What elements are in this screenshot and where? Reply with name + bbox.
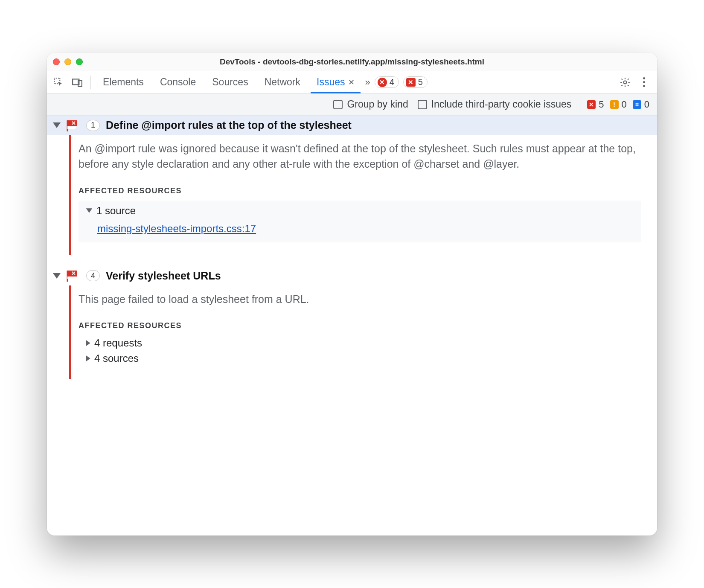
sources-label: 1 source [96, 205, 136, 217]
issue-body: An @import rule was ignored because it w… [47, 135, 657, 255]
error-icon: ✕ [378, 78, 387, 87]
inspect-element-icon[interactable] [51, 75, 66, 90]
issues-summary: ✕5 !0 ≡0 [581, 99, 649, 111]
tab-label: Network [265, 76, 300, 88]
breaking-change-icon: ✕ [67, 119, 80, 131]
devtools-tabbar: Elements Console Sources Network Issues … [47, 71, 657, 93]
devtools-window: DevTools - devtools-dbg-stories.netlify.… [47, 52, 657, 536]
tab-issues[interactable]: Issues ✕ [311, 71, 361, 93]
requests-label: 4 requests [94, 337, 142, 349]
expand-toggle-icon[interactable] [53, 273, 61, 279]
svg-point-3 [624, 81, 627, 84]
affected-resources-heading: AFFECTED RESOURCES [79, 186, 641, 195]
issue-title: Define @import rules at the top of the s… [106, 119, 352, 131]
kebab-menu-icon[interactable] [637, 75, 651, 90]
chevron-right-icon [86, 340, 90, 346]
error-icon: ✕ [587, 100, 596, 109]
issue-description: This page failed to load a stylesheet fr… [79, 291, 641, 307]
issue-description: An @import rule was ignored because it w… [79, 141, 641, 172]
third-party-checkbox[interactable]: Include third-party cookie issues [418, 99, 572, 110]
group-by-kind-checkbox[interactable]: Group by kind [333, 99, 408, 110]
error-count: 4 [390, 77, 394, 87]
info-icon: ≡ [633, 100, 641, 109]
divider [90, 76, 91, 89]
warning-icon: ! [610, 100, 619, 109]
issue-header[interactable]: ✕ 4 Verify stylesheet URLs [47, 266, 657, 285]
tab-label: Elements [103, 76, 144, 88]
chevron-right-icon [86, 355, 90, 361]
sources-label: 4 sources [94, 352, 139, 364]
settings-icon[interactable] [618, 75, 632, 90]
tab-label: Issues [317, 76, 345, 88]
affected-resources-box: 1 source missing-stylesheets-imports.css… [79, 201, 641, 242]
issue-body: This page failed to load a stylesheet fr… [47, 285, 657, 379]
close-window-button[interactable] [53, 58, 60, 65]
checkbox-label: Group by kind [347, 99, 408, 110]
summary-errors[interactable]: ✕5 [587, 99, 604, 110]
summary-warnings[interactable]: !0 [610, 99, 627, 110]
expand-toggle-icon[interactable] [53, 122, 61, 128]
chevron-down-icon [86, 208, 92, 212]
summary-info[interactable]: ≡0 [633, 99, 649, 110]
sources-toggle[interactable]: 4 sources [85, 351, 641, 366]
source-link[interactable]: missing-stylesheets-imports.css:17 [97, 223, 634, 235]
requests-toggle[interactable]: 4 requests [85, 335, 641, 351]
issues-filter-bar: Group by kind Include third-party cookie… [47, 93, 657, 116]
titlebar: DevTools - devtools-dbg-stories.netlify.… [47, 52, 657, 71]
issue-header[interactable]: ✕ 1 Define @import rules at the top of t… [47, 116, 657, 135]
affected-resources-heading: AFFECTED RESOURCES [79, 321, 641, 330]
minimize-window-button[interactable] [64, 58, 71, 65]
error-count-pill[interactable]: ✕ 4 [375, 76, 399, 88]
sources-toggle[interactable]: 1 source [85, 205, 634, 217]
tab-elements[interactable]: Elements [97, 71, 150, 93]
window-title: DevTools - devtools-dbg-stories.netlify.… [47, 57, 657, 67]
tab-network[interactable]: Network [259, 71, 306, 93]
maximize-window-button[interactable] [76, 58, 83, 65]
issues-icon: ✕ [406, 78, 416, 87]
svg-text:✕: ✕ [71, 120, 76, 126]
device-toolbar-icon[interactable] [70, 75, 84, 90]
svg-text:✕: ✕ [71, 270, 76, 277]
window-controls [53, 58, 83, 65]
tab-console[interactable]: Console [154, 71, 202, 93]
issues-count-pill[interactable]: ✕ 5 [403, 76, 428, 88]
checkbox-label: Include third-party cookie issues [431, 99, 572, 110]
issues-count: 5 [418, 77, 423, 87]
breaking-change-icon: ✕ [67, 270, 80, 282]
checkbox-icon [333, 100, 343, 109]
issues-panel: ✕ 1 Define @import rules at the top of t… [47, 116, 657, 536]
source-link-text[interactable]: missing-stylesheets-imports.css:17 [97, 223, 256, 234]
close-tab-icon[interactable]: ✕ [348, 78, 355, 87]
issue-count-badge: 1 [86, 120, 100, 131]
tab-label: Sources [212, 76, 248, 88]
tab-sources[interactable]: Sources [206, 71, 254, 93]
more-tabs-icon[interactable]: » [365, 77, 370, 88]
tab-label: Console [160, 76, 196, 88]
issue-count-badge: 4 [86, 270, 100, 281]
checkbox-icon [418, 100, 427, 109]
issue-title: Verify stylesheet URLs [106, 270, 221, 282]
